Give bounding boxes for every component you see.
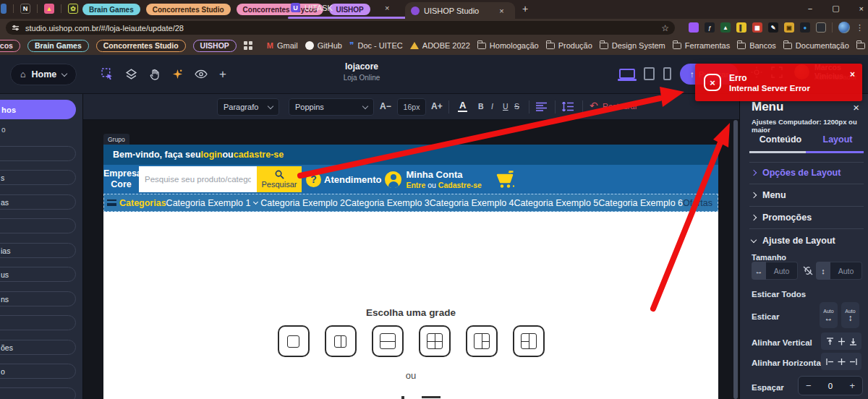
select-tool-icon[interactable] bbox=[101, 68, 114, 80]
new-tab-button[interactable]: + bbox=[522, 3, 528, 14]
categories-label[interactable]: Categorias bbox=[119, 198, 166, 208]
extension-icon[interactable] bbox=[816, 22, 826, 33]
close-toast-icon[interactable]: × bbox=[850, 69, 855, 80]
layers-icon[interactable] bbox=[125, 68, 137, 80]
tab-group-concorrentes-studio[interactable]: Concorrentes Studio bbox=[146, 4, 231, 15]
menu-burger-icon[interactable] bbox=[107, 200, 116, 206]
extension-icon[interactable]: ▌ bbox=[736, 22, 746, 33]
categories-nav[interactable]: Categorias Categoria Exemplo 1 Categoria… bbox=[103, 194, 718, 212]
close-tab-icon[interactable]: × bbox=[499, 7, 503, 15]
bookmark-group-concorrentes-studio[interactable]: Concorrentes Studio bbox=[96, 40, 186, 52]
section-menu[interactable]: Menu bbox=[752, 188, 786, 202]
italic-button[interactable]: I bbox=[491, 102, 493, 111]
nav-offers[interactable]: Ofertas bbox=[683, 198, 712, 208]
sidebar-item[interactable] bbox=[0, 146, 76, 161]
decrease-font-button[interactable]: A− bbox=[380, 101, 391, 111]
maximize-button[interactable]: ▢ bbox=[832, 4, 839, 13]
align-center-icon[interactable] bbox=[838, 358, 846, 366]
tab-group-brain-games[interactable]: Brain Games bbox=[82, 4, 140, 15]
product-search-input[interactable] bbox=[139, 166, 257, 192]
align-bottom-icon[interactable] bbox=[849, 338, 857, 346]
strikethrough-button[interactable]: S bbox=[514, 102, 519, 111]
paragraph-style-select[interactable]: Paragrafo bbox=[217, 98, 279, 116]
canvas-scrollbar[interactable] bbox=[733, 120, 738, 399]
notion-pinned-tab-icon[interactable]: N bbox=[20, 4, 30, 14]
bold-button[interactable]: B bbox=[478, 102, 484, 111]
add-element-icon[interactable]: + bbox=[219, 69, 226, 80]
align-top-icon[interactable] bbox=[826, 338, 834, 346]
sidebar-item[interactable]: us bbox=[0, 267, 76, 282]
bookmark-folder-ferramentas[interactable]: Ferramentas bbox=[673, 41, 730, 50]
increase-font-button[interactable]: A+ bbox=[431, 101, 443, 111]
bookmark-github[interactable]: GitHub bbox=[305, 41, 342, 50]
url-text[interactable]: studio.uishop.com.br/#/loja-leiaute/upda… bbox=[25, 24, 655, 33]
pinned-tab-icon[interactable]: ✿ bbox=[68, 4, 78, 14]
stretch-horizontal-button[interactable]: Auto↔ bbox=[820, 302, 838, 328]
grid-option-two-rows[interactable] bbox=[372, 325, 404, 357]
align-text-icon[interactable] bbox=[536, 102, 547, 111]
grid-option-two-columns[interactable] bbox=[325, 325, 357, 357]
desktop-device-icon[interactable] bbox=[619, 69, 635, 79]
undo-icon[interactable]: ↶ bbox=[590, 100, 598, 111]
nav-category-1[interactable]: Categoria Exemplo 1 bbox=[166, 198, 251, 208]
width-input[interactable]: Auto bbox=[766, 262, 798, 280]
section-promocoes[interactable]: Promoções bbox=[752, 210, 812, 225]
browser-menu-icon[interactable]: ⋮ bbox=[856, 23, 864, 33]
store-page-preview[interactable]: Bem-vindo, faça seu login ou cadastre-se… bbox=[103, 145, 718, 399]
align-right-icon[interactable] bbox=[849, 358, 857, 366]
sidebar-item[interactable]: o bbox=[0, 364, 76, 379]
hand-tool-icon[interactable] bbox=[149, 68, 161, 80]
bookmark-folder-design-system[interactable]: Design System bbox=[600, 41, 665, 50]
editor-canvas[interactable]: Grupo Bem-vindo, faça seu login ou cadas… bbox=[83, 120, 739, 399]
increase-space-button[interactable]: + bbox=[849, 380, 855, 391]
sidebar-item[interactable]: as bbox=[0, 194, 76, 210]
bookmark-folder-estudar[interactable]: Estudar bbox=[856, 41, 868, 50]
support-label[interactable]: Atendimento bbox=[324, 174, 381, 185]
bookmark-group-brain-games[interactable]: Brain Games bbox=[27, 40, 89, 52]
sidebar-item[interactable]: ias bbox=[0, 243, 76, 258]
extension-icon[interactable]: ▲ bbox=[720, 22, 731, 33]
account-icon[interactable] bbox=[385, 171, 401, 188]
nav-category-6[interactable]: Categoria Exemplo 6 bbox=[598, 198, 683, 208]
tab-uishop-studio-active[interactable]: UISHOP Studio × bbox=[405, 2, 515, 19]
sparkle-icon[interactable] bbox=[172, 69, 183, 80]
help-icon[interactable]: ? bbox=[306, 172, 321, 187]
home-menu-button[interactable]: ⌂ Home bbox=[10, 64, 77, 85]
grid-option-four-cells[interactable] bbox=[419, 325, 451, 357]
align-left-icon[interactable] bbox=[826, 358, 834, 366]
decrease-space-button[interactable]: − bbox=[806, 380, 812, 391]
bookmark-folder-homologacao[interactable]: Homologação bbox=[477, 41, 539, 50]
tab-layout[interactable]: Layout bbox=[815, 134, 860, 145]
bookmark-adobe[interactable]: ADOBE 2022 bbox=[410, 41, 470, 50]
store-logo[interactable]: EmpresaCore bbox=[103, 168, 139, 190]
cart-icon[interactable] bbox=[493, 170, 516, 189]
extension-icon[interactable] bbox=[689, 22, 699, 33]
sidebar-item[interactable] bbox=[0, 315, 76, 330]
bookmark-folder-producao[interactable]: Produção bbox=[546, 41, 592, 50]
eye-icon[interactable] bbox=[195, 69, 208, 80]
height-input[interactable]: Auto bbox=[830, 262, 862, 280]
url-box[interactable]: studio.uishop.com.br/#/loja-leiaute/upda… bbox=[6, 21, 675, 35]
sidebar-item[interactable]: s bbox=[0, 170, 76, 185]
extension-icon[interactable]: ● bbox=[800, 22, 810, 33]
extension-icon[interactable]: ƒ bbox=[705, 22, 715, 33]
close-tab-icon[interactable]: × bbox=[385, 4, 389, 12]
sidebar-item[interactable] bbox=[0, 218, 76, 233]
font-size-input[interactable]: 16px bbox=[397, 98, 426, 116]
bookmark-group-uishop[interactable]: UISHOP bbox=[193, 40, 237, 52]
login-link[interactable]: login bbox=[201, 150, 223, 160]
phone-device-icon[interactable] bbox=[663, 67, 671, 80]
welcome-bar[interactable]: Bem-vindo, faça seu login ou cadastre-se bbox=[103, 145, 718, 165]
restore-button[interactable]: Restaurar bbox=[603, 102, 637, 111]
nav-category-4[interactable]: Categoria Exemplo 4 bbox=[430, 198, 514, 208]
extension-icon[interactable]: ✎ bbox=[768, 22, 778, 33]
extension-icon[interactable]: ▦ bbox=[752, 22, 762, 33]
nav-category-3[interactable]: Categoria Exemplo 3 bbox=[345, 198, 430, 208]
sidebar-item-active[interactable]: hos bbox=[0, 100, 76, 119]
bookmark-doc-uitec[interactable]: ❞Doc - UITEC bbox=[349, 40, 403, 51]
extension-icon[interactable]: ▣ bbox=[784, 22, 794, 33]
tab-uitask[interactable]: U UITASK × bbox=[291, 3, 389, 12]
section-ajuste-de-layout[interactable]: Ajuste de Layout bbox=[752, 233, 835, 248]
enter-link[interactable]: Entre bbox=[406, 181, 425, 189]
underline-button[interactable]: U bbox=[503, 102, 509, 111]
